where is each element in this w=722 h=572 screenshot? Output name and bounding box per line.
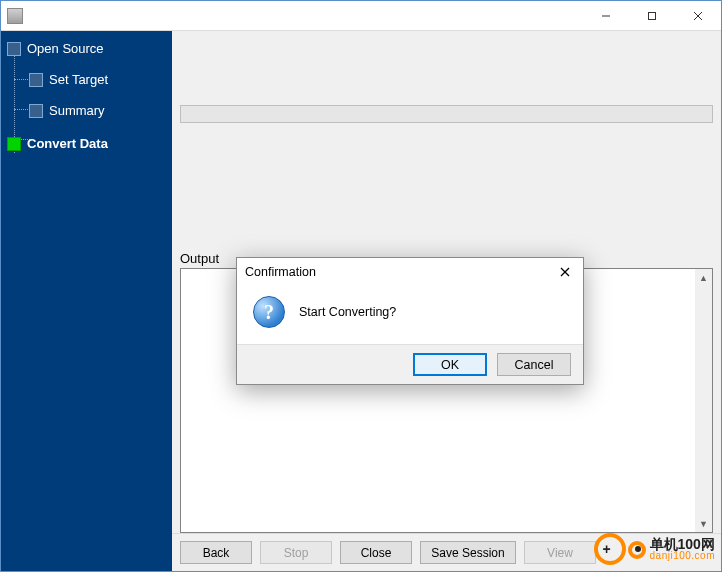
wizard-step-summary[interactable]: Summary: [29, 103, 166, 118]
progress-wrap: [180, 105, 713, 123]
back-button[interactable]: Back: [180, 541, 252, 564]
progress-bar: [180, 105, 713, 123]
view-button[interactable]: View: [524, 541, 596, 564]
stop-button[interactable]: Stop: [260, 541, 332, 564]
dialog-cancel-button[interactable]: Cancel: [497, 353, 571, 376]
dialog-body: ? Start Converting?: [237, 286, 583, 344]
maximize-button[interactable]: [629, 1, 675, 31]
wizard-step-open-source[interactable]: Open Source: [7, 41, 166, 56]
step-label: Set Target: [49, 72, 108, 87]
vertical-scrollbar[interactable]: ▲ ▼: [695, 269, 712, 532]
dialog-titlebar: Confirmation: [237, 258, 583, 286]
step-box-icon: [29, 73, 43, 87]
question-icon: ?: [253, 296, 285, 328]
step-label: Open Source: [27, 41, 104, 56]
dialog-ok-button[interactable]: OK: [413, 353, 487, 376]
svg-rect-1: [649, 12, 656, 19]
dialog-close-button[interactable]: [555, 262, 575, 282]
watermark-cn: 单机100网: [650, 537, 715, 551]
scroll-down-icon[interactable]: ▼: [695, 515, 712, 532]
wizard-tree: Open Source Set Target Summary Convert D…: [7, 41, 166, 151]
confirmation-dialog: Confirmation ? Start Converting? OK Canc…: [236, 257, 584, 385]
dialog-title: Confirmation: [245, 265, 316, 279]
close-button-footer[interactable]: Close: [340, 541, 412, 564]
watermark-url: danji100.com: [650, 551, 715, 561]
step-box-icon: [7, 137, 21, 151]
wizard-step-set-target[interactable]: Set Target: [29, 72, 166, 87]
window-controls: [583, 1, 721, 31]
wizard-step-convert-data[interactable]: Convert Data: [7, 136, 166, 151]
step-box-icon: [29, 104, 43, 118]
watermark: + 单机100网 danji100.com: [594, 533, 715, 565]
scroll-up-icon[interactable]: ▲: [695, 269, 712, 286]
save-session-button[interactable]: Save Session: [420, 541, 516, 564]
upper-section: [172, 31, 721, 251]
dialog-message: Start Converting?: [299, 305, 396, 319]
step-label: Convert Data: [27, 136, 108, 151]
dialog-footer: OK Cancel: [237, 344, 583, 384]
watermark-logo-icon: +: [594, 533, 646, 565]
step-label: Summary: [49, 103, 105, 118]
watermark-text: 单机100网 danji100.com: [650, 537, 715, 561]
step-box-icon: [7, 42, 21, 56]
titlebar-left: [1, 8, 29, 24]
sidebar: Open Source Set Target Summary Convert D…: [1, 31, 172, 571]
titlebar: [1, 1, 721, 31]
close-button[interactable]: [675, 1, 721, 31]
minimize-button[interactable]: [583, 1, 629, 31]
app-icon: [7, 8, 23, 24]
